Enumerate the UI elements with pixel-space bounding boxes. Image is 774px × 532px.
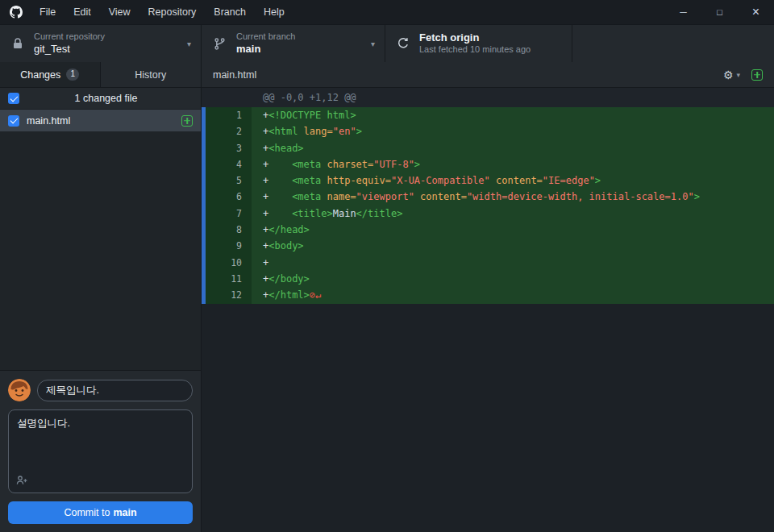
main-area: Changes 1 History 1 changed file main.ht…: [0, 62, 774, 532]
repository-label: Current repository: [34, 31, 105, 43]
diff-line[interactable]: 2+<html lang="en">: [202, 123, 774, 139]
tab-changes-label: Changes: [20, 69, 60, 81]
diff-view: main.html ⚙ ▾ @@ -0,0 +1,12 @@ 1+<!DOCTY…: [202, 62, 774, 532]
diff-line-number[interactable]: 3: [202, 140, 252, 156]
commit-description-input[interactable]: 설명입니다.: [8, 409, 193, 493]
diff-line-code: + <meta name="viewport" content="width=d…: [252, 189, 774, 205]
git-branch-icon: [213, 37, 227, 51]
menu-edit[interactable]: Edit: [64, 0, 100, 24]
menu-bar: File Edit View Repository Branch Help: [31, 0, 293, 24]
diff-line-code: +<!DOCTYPE html>: [252, 107, 774, 123]
github-logo-icon: [10, 6, 23, 19]
avatar: [8, 379, 31, 401]
diff-line[interactable]: 3+<head>: [202, 140, 774, 156]
diff-line[interactable]: 12+</html>⊘↵: [202, 287, 774, 303]
menu-view[interactable]: View: [100, 0, 139, 24]
changed-files-summary-row: 1 changed file: [0, 88, 201, 110]
diff-line[interactable]: 11+</body>: [202, 271, 774, 287]
diff-line-code: +</head>: [252, 222, 774, 238]
branch-name: main: [236, 43, 295, 56]
diff-line[interactable]: 9+<body>: [202, 238, 774, 254]
changes-count-badge: 1: [66, 69, 79, 81]
diff-file-header: main.html ⚙ ▾: [202, 62, 774, 88]
diff-line[interactable]: 10+: [202, 255, 774, 271]
diff-hunk-header: @@ -0,0 +1,12 @@: [202, 88, 774, 107]
diff-line-code: +<head>: [252, 140, 774, 156]
diff-line[interactable]: 6+ <meta name="viewport" content="width=…: [202, 189, 774, 205]
diff-line-code: +</body>: [252, 271, 774, 287]
diff-line[interactable]: 8+</head>: [202, 222, 774, 238]
sync-icon: [397, 37, 410, 50]
menu-help[interactable]: Help: [255, 0, 293, 24]
diff-line[interactable]: 7+ <title>Main</title>: [202, 206, 774, 222]
file-row-main-html[interactable]: main.html: [0, 110, 201, 131]
menu-file[interactable]: File: [31, 0, 64, 24]
sidebar: Changes 1 History 1 changed file main.ht…: [0, 62, 202, 532]
diff-line-number[interactable]: 6: [202, 189, 252, 205]
fetch-origin-button[interactable]: Fetch origin Last fetched 10 minutes ago: [385, 25, 572, 62]
diff-line[interactable]: 4+ <meta charset="UTF-8">: [202, 156, 774, 172]
add-coauthor-icon[interactable]: [15, 474, 28, 487]
diff-line-code: + <title>Main</title>: [252, 206, 774, 222]
menu-branch[interactable]: Branch: [205, 0, 255, 24]
diff-line-code: +<body>: [252, 238, 774, 254]
github-desktop-window: File Edit View Repository Branch Help ─ …: [0, 0, 774, 532]
current-branch-dropdown[interactable]: Current branch main ▾: [202, 25, 385, 62]
changed-files-summary: 1 changed file: [19, 93, 193, 104]
diff-line-code: + <meta http-equiv="X-UA-Compatible" con…: [252, 172, 774, 189]
diff-line-code: +</html>⊘↵: [252, 287, 774, 303]
diff-line-code: + <meta charset="UTF-8">: [252, 156, 774, 172]
diff-line-number[interactable]: 12: [202, 287, 252, 303]
diff-line-code: +: [252, 255, 774, 271]
expand-diff-icon[interactable]: [751, 69, 763, 81]
diff-line-code: +<html lang="en">: [252, 123, 774, 139]
chevron-down-icon: ▾: [187, 39, 191, 48]
diff-line-number[interactable]: 10: [202, 255, 252, 271]
fetch-subtitle: Last fetched 10 minutes ago: [419, 44, 531, 56]
commit-form: 설명입니다. Commit to main: [0, 370, 201, 532]
chevron-down-icon[interactable]: ▾: [736, 71, 740, 79]
close-button[interactable]: ×: [738, 0, 774, 24]
maximize-button[interactable]: □: [701, 0, 738, 24]
diff-line-number[interactable]: 5: [202, 172, 252, 189]
file-added-icon: [181, 115, 193, 127]
window-controls: ─ □ ×: [665, 0, 774, 24]
commit-button-prefix: Commit to: [64, 507, 110, 518]
commit-button[interactable]: Commit to main: [8, 501, 193, 524]
fetch-title: Fetch origin: [419, 31, 531, 44]
tab-changes[interactable]: Changes 1: [0, 62, 101, 87]
gear-icon[interactable]: ⚙: [723, 69, 734, 81]
menu-repository[interactable]: Repository: [139, 0, 206, 24]
repository-name: git_Test: [34, 43, 105, 56]
file-name: main.html: [27, 115, 181, 127]
chevron-down-icon: ▾: [371, 39, 375, 48]
diff-lines: 1+<!DOCTYPE html>2+<html lang="en">3+<he…: [202, 107, 774, 304]
diff-empty-area: [202, 304, 774, 532]
diff-line[interactable]: 1+<!DOCTYPE html>: [202, 107, 774, 123]
diff-line-number[interactable]: 8: [202, 222, 252, 238]
commit-button-branch: main: [113, 507, 136, 518]
diff-line-number[interactable]: 7: [202, 206, 252, 222]
branch-label: Current branch: [236, 31, 295, 43]
diff-line-number[interactable]: 11: [202, 271, 252, 287]
diff-line-number[interactable]: 2: [202, 123, 252, 139]
commit-title-input[interactable]: [37, 380, 193, 401]
diff-line-number[interactable]: 9: [202, 238, 252, 254]
current-repository-dropdown[interactable]: Current repository git_Test ▾: [0, 25, 202, 62]
diff-line-number[interactable]: 1: [202, 107, 252, 123]
lock-icon: [11, 37, 24, 50]
tab-history-label: History: [135, 69, 166, 81]
diff-file-name: main.html: [213, 69, 256, 81]
commit-description-text: 설명입니다.: [17, 418, 70, 429]
diff-line-number[interactable]: 4: [202, 156, 252, 172]
minimize-button[interactable]: ─: [665, 0, 701, 24]
select-all-checkbox[interactable]: [8, 93, 19, 104]
file-checkbox[interactable]: [8, 115, 19, 127]
file-list-empty-space: [0, 131, 201, 370]
diff-line[interactable]: 5+ <meta http-equiv="X-UA-Compatible" co…: [202, 172, 774, 189]
tab-history[interactable]: History: [101, 62, 202, 87]
titlebar: File Edit View Repository Branch Help ─ …: [0, 0, 774, 24]
sidebar-tabs: Changes 1 History: [0, 62, 201, 88]
toolbar: Current repository git_Test ▾ Current br…: [0, 24, 774, 62]
